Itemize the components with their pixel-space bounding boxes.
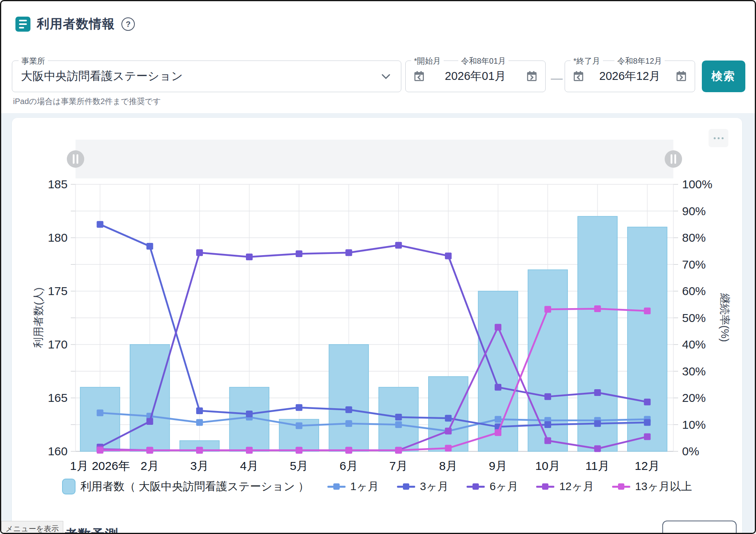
legend-item-12ヶ月[interactable]: 12ヶ月 [536,479,594,494]
point-13ヶ月以上-11[interactable] [594,305,601,312]
point-6ヶ月-11[interactable] [594,389,601,396]
point-13ヶ月以上-1[interactable] [97,447,104,454]
point-13ヶ月以上-4[interactable] [246,447,253,454]
point-6ヶ月-9[interactable] [495,384,501,391]
point-13ヶ月以上-5[interactable] [296,447,302,454]
point-3ヶ月-8[interactable] [445,415,452,422]
datazoom-handle-left[interactable] [67,150,84,168]
legend-label: 1ヶ月 [350,479,379,494]
status-tooltip: メニューを表示 [1,521,63,534]
chart-more-button[interactable] [709,129,728,147]
point-6ヶ月-12[interactable] [644,399,651,405]
point-12ヶ月-10[interactable] [544,437,551,444]
left-axis-tick: 175 [48,284,68,297]
office-select[interactable]: 事業所 大阪中央訪問看護ステーション [12,61,401,92]
legend-line-marker [397,483,415,490]
point-12ヶ月-11[interactable] [594,445,601,452]
calendar-prev-icon[interactable] [571,69,586,83]
end-month-picker[interactable]: *終了月 令和8年12月 2026年12月 [565,61,695,92]
point-13ヶ月以上-2[interactable] [146,447,153,454]
bar-6[interactable] [329,345,369,451]
point-12ヶ月-9[interactable] [495,324,501,331]
point-6ヶ月-5[interactable] [296,250,302,257]
legend-bar-swatch [62,479,76,494]
point-13ヶ月以上-3[interactable] [196,447,203,454]
help-icon[interactable]: ? [121,17,135,31]
point-12ヶ月-12[interactable] [644,433,651,440]
start-month-picker[interactable]: *開始月 令和8年01月 2026年01月 [405,61,546,92]
clipped-action-button[interactable] [662,521,737,534]
chart-legend: 利用者数（ 大阪中央訪問看護ステーション ）1ヶ月3ヶ月6ヶ月12ヶ月13ヶ月以… [12,479,742,494]
point-1ヶ月-5[interactable] [296,422,302,429]
bar-2[interactable] [130,345,170,451]
legend-item-利用者数（ 大阪中央訪問看護ステーション ）[interactable]: 利用者数（ 大阪中央訪問看護ステーション ） [62,479,309,494]
point-3ヶ月-12[interactable] [644,419,651,426]
point-6ヶ月-8[interactable] [445,252,452,259]
page-title: 利用者数情報 [37,15,115,33]
point-3ヶ月-1[interactable] [97,221,104,228]
right-axis-title: 継続率(%) [719,294,731,342]
point-1ヶ月-6[interactable] [346,420,352,427]
x-axis-label: 7月 [389,459,408,472]
x-axis-label: 10月 [535,459,560,472]
left-axis-tick: 160 [48,445,68,458]
point-6ヶ月-7[interactable] [395,242,402,248]
point-13ヶ月以上-6[interactable] [346,447,352,454]
bar-11[interactable] [578,216,617,451]
bar-8[interactable] [429,377,468,451]
chart-card: 100%18590%80%18070%60%17550%40%17030%20%… [12,118,742,534]
x-axis-label: 11月 [586,459,610,472]
point-13ヶ月以上-8[interactable] [445,445,452,451]
point-3ヶ月-10[interactable] [544,421,551,428]
point-6ヶ月-4[interactable] [246,254,253,260]
point-6ヶ月-2[interactable] [146,418,153,425]
legend-label: 6ヶ月 [490,479,518,494]
point-1ヶ月-3[interactable] [196,419,203,426]
bar-series[interactable] [80,216,667,451]
point-3ヶ月-4[interactable] [246,411,253,417]
point-3ヶ月-2[interactable] [146,243,153,250]
legend-label: 利用者数（ 大阪中央訪問看護ステーション ） [80,479,309,494]
x-axis-label: 4月 [240,459,259,472]
left-axis-tick: 180 [48,231,68,244]
point-13ヶ月以上-10[interactable] [544,306,551,312]
datazoom-strip[interactable] [76,140,673,178]
point-6ヶ月-6[interactable] [346,249,352,256]
point-3ヶ月-6[interactable] [346,406,352,413]
point-13ヶ月以上-7[interactable] [395,447,402,454]
point-1ヶ月-1[interactable] [97,409,104,416]
legend-label: 3ヶ月 [420,479,448,494]
office-select-value: 大阪中央訪問看護ステーション [21,68,183,84]
calendar-next-icon[interactable] [674,69,688,83]
office-select-label: 事業所 [19,56,48,66]
right-axis-tick: 100% [682,178,713,191]
left-axis-tick: 185 [48,178,68,191]
point-3ヶ月-7[interactable] [395,414,402,420]
point-6ヶ月-3[interactable] [196,249,203,256]
start-month-value: 2026年01月 [445,68,506,84]
legend-label: 12ヶ月 [559,479,594,494]
point-3ヶ月-5[interactable] [296,404,302,411]
legend-item-6ヶ月[interactable]: 6ヶ月 [467,479,518,494]
point-6ヶ月-10[interactable] [544,393,551,400]
calendar-next-icon[interactable] [525,69,539,83]
point-1ヶ月-9[interactable] [495,416,501,423]
point-12ヶ月-8[interactable] [445,428,452,434]
datazoom-handle-right[interactable] [665,150,682,168]
point-1ヶ月-7[interactable] [395,421,402,428]
bar-1[interactable] [80,387,120,451]
calendar-prev-icon[interactable] [412,69,426,83]
combined-chart[interactable]: 100%18590%80%18070%60%17550%40%17030%20%… [12,118,742,534]
legend-item-13ヶ月以上[interactable]: 13ヶ月以上 [612,479,692,494]
x-axis-label: 8月 [439,459,457,472]
point-13ヶ月以上-12[interactable] [644,307,651,314]
legend-item-1ヶ月[interactable]: 1ヶ月 [327,479,379,494]
search-button[interactable]: 検索 [702,61,745,92]
left-axis-tick: 170 [48,338,68,351]
point-3ヶ月-11[interactable] [594,420,601,427]
legend-item-3ヶ月[interactable]: 3ヶ月 [397,479,448,494]
point-3ヶ月-3[interactable] [196,407,203,414]
legend-line-marker [327,483,346,490]
point-13ヶ月以上-9[interactable] [495,429,501,436]
x-axis-label: 2月 [140,459,159,472]
